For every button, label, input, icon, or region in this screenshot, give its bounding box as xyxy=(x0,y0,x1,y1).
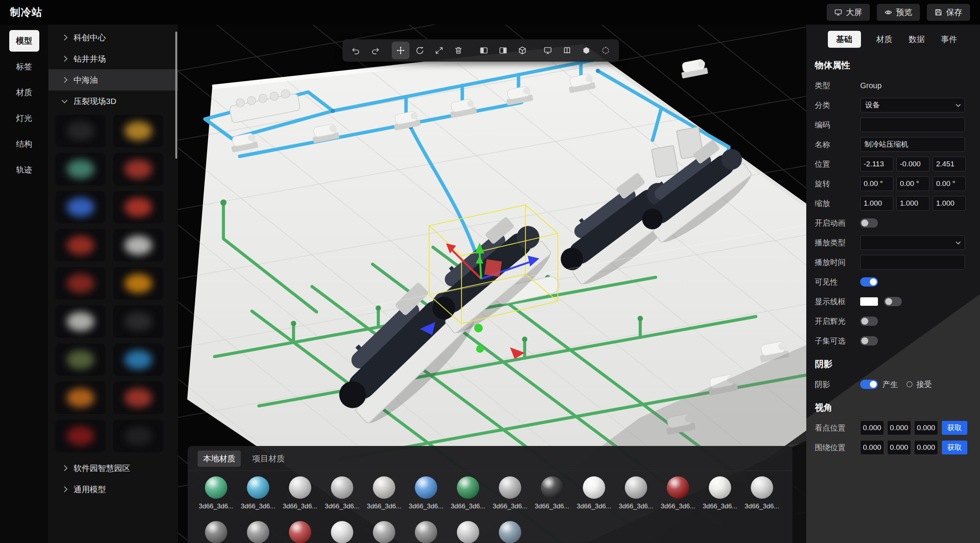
material-item[interactable]: 3d66_3d6... xyxy=(492,476,528,510)
rail-tab-light[interactable]: 灯光 xyxy=(9,107,39,129)
model-thumbnail[interactable] xyxy=(113,420,163,452)
model-thumbnail[interactable] xyxy=(55,267,106,300)
display-button[interactable] xyxy=(539,42,557,59)
scrollbar[interactable] xyxy=(175,32,177,159)
outline-box-button[interactable] xyxy=(597,42,614,59)
position-y-input[interactable] xyxy=(896,157,930,171)
look-y-input[interactable] xyxy=(887,421,911,435)
tab-local-materials[interactable]: 本地材质 xyxy=(198,451,241,467)
model-thumbnail[interactable] xyxy=(55,420,106,452)
category-select[interactable]: 设备 xyxy=(860,98,965,112)
glow-toggle[interactable] xyxy=(860,317,878,326)
orbit-y-input[interactable] xyxy=(887,440,911,455)
rail-tab-material[interactable]: 材质 xyxy=(9,82,39,103)
material-item[interactable]: 3d66_3d6... xyxy=(534,476,570,510)
name-input[interactable] xyxy=(860,137,965,152)
material-item[interactable]: 3d66_3d6... xyxy=(660,476,696,510)
model-thumbnail[interactable] xyxy=(113,115,163,147)
pages-button[interactable] xyxy=(558,42,576,59)
rotation-x-input[interactable] xyxy=(860,176,893,191)
rotate-tool-button[interactable] xyxy=(411,42,429,59)
orbit-z-input[interactable] xyxy=(914,440,938,455)
rotation-y-input[interactable] xyxy=(896,176,930,191)
model-thumbnail[interactable] xyxy=(55,153,106,185)
visibility-toggle[interactable] xyxy=(860,277,878,287)
tab-project-materials[interactable]: 项目材质 xyxy=(251,451,286,467)
model-thumbnail[interactable] xyxy=(55,191,106,223)
subset-toggle[interactable] xyxy=(860,336,878,345)
model-thumbnail[interactable] xyxy=(55,229,106,261)
model-thumbnail[interactable] xyxy=(55,344,106,376)
cube-view-button[interactable] xyxy=(513,42,531,59)
material-item[interactable] xyxy=(366,521,402,543)
model-thumbnail[interactable] xyxy=(113,344,163,376)
material-item[interactable]: 3d66_3d6... xyxy=(408,476,444,510)
3d-viewport[interactable]: 本地材质 项目材质 3d66_3d6... 3d66_3d6... 3d66_3… xyxy=(178,25,806,543)
get-orbit-position-button[interactable]: 获取 xyxy=(942,441,967,454)
tab-data[interactable]: 数据 xyxy=(908,31,926,48)
tab-events[interactable]: 事件 xyxy=(940,31,958,48)
look-z-input[interactable] xyxy=(914,421,938,435)
play-type-select[interactable] xyxy=(860,235,965,250)
rail-tab-track[interactable]: 轨迹 xyxy=(9,159,39,181)
tree-item[interactable]: 压裂现场3D xyxy=(49,90,178,112)
code-input[interactable] xyxy=(860,117,965,132)
model-thumbnail[interactable] xyxy=(113,153,163,185)
wireframe-color-swatch[interactable] xyxy=(860,297,878,306)
rail-tab-structure[interactable]: 结构 xyxy=(9,133,39,155)
model-thumbnail[interactable] xyxy=(55,115,106,147)
material-item[interactable] xyxy=(450,521,486,543)
material-item[interactable] xyxy=(240,521,276,543)
solid-box-button[interactable] xyxy=(577,42,595,59)
look-x-input[interactable] xyxy=(860,421,884,435)
material-item[interactable]: 3d66_3d6... xyxy=(702,476,738,510)
scale-z-input[interactable] xyxy=(933,196,966,211)
rail-tab-model[interactable]: 模型 xyxy=(9,30,39,52)
position-z-input[interactable] xyxy=(933,157,966,171)
model-thumbnail[interactable] xyxy=(113,305,163,338)
rotation-z-input[interactable] xyxy=(933,176,966,191)
orbit-x-input[interactable] xyxy=(860,440,884,455)
undo-button[interactable] xyxy=(347,42,365,59)
rail-tab-tags[interactable]: 标签 xyxy=(9,56,39,77)
model-thumbnail[interactable] xyxy=(113,382,163,414)
shadow-receive-radio[interactable] xyxy=(906,381,913,387)
material-item[interactable]: 3d66_3d6... xyxy=(198,476,234,510)
tab-basic[interactable]: 基础 xyxy=(828,31,861,48)
model-thumbnail[interactable] xyxy=(113,267,163,300)
model-thumbnail[interactable] xyxy=(113,191,163,223)
move-tool-button[interactable] xyxy=(392,42,409,59)
preview-button[interactable]: 预览 xyxy=(877,4,920,21)
material-item[interactable] xyxy=(282,521,318,543)
tree-item[interactable]: 中海油 xyxy=(49,69,178,90)
big-screen-button[interactable]: 大屏 xyxy=(827,4,870,21)
animation-toggle[interactable] xyxy=(860,218,878,228)
scale-x-input[interactable] xyxy=(860,196,893,211)
material-item[interactable]: 3d66_3d6... xyxy=(744,476,780,510)
split-view-right-button[interactable] xyxy=(494,42,512,59)
material-item[interactable]: 3d66_3d6... xyxy=(282,476,318,510)
shadow-toggle[interactable] xyxy=(860,380,878,389)
play-time-input[interactable] xyxy=(860,255,965,270)
split-view-left-button[interactable] xyxy=(475,42,493,59)
tree-item[interactable]: 通用模型 xyxy=(49,479,178,500)
model-thumbnail[interactable] xyxy=(55,305,106,338)
material-item[interactable]: 3d66_3d6... xyxy=(618,476,654,510)
tree-item[interactable]: 钻井井场 xyxy=(49,48,178,69)
position-x-input[interactable] xyxy=(860,157,893,171)
material-item[interactable] xyxy=(324,521,360,543)
scale-y-input[interactable] xyxy=(896,196,930,211)
model-thumbnail[interactable] xyxy=(113,229,163,261)
material-item[interactable]: 3d66_3d6... xyxy=(450,476,486,510)
tab-material[interactable]: 材质 xyxy=(876,31,893,48)
material-item[interactable] xyxy=(198,521,234,543)
model-thumbnail[interactable] xyxy=(55,382,106,414)
delete-button[interactable] xyxy=(450,42,467,59)
tree-item[interactable]: 软件园智慧园区 xyxy=(49,458,178,479)
material-item[interactable]: 3d66_3d6... xyxy=(240,476,276,510)
material-item[interactable] xyxy=(492,521,528,543)
material-item[interactable]: 3d66_3d6... xyxy=(366,476,402,510)
get-look-position-button[interactable]: 获取 xyxy=(942,421,967,435)
redo-button[interactable] xyxy=(366,42,384,59)
tree-item[interactable]: 科创中心 xyxy=(49,27,178,48)
